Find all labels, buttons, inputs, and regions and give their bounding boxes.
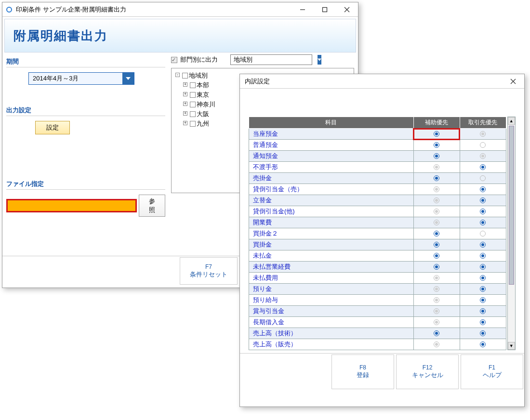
partner-priority-radio[interactable] <box>480 275 486 281</box>
col-subject: 科目 <box>249 117 414 129</box>
row-subject: 未払営業経費 <box>249 262 414 273</box>
aux-priority-radio[interactable] <box>434 186 439 192</box>
aux-priority-radio[interactable] <box>434 242 439 248</box>
partner-priority-radio[interactable] <box>480 297 486 303</box>
partner-priority-radio[interactable] <box>480 231 486 236</box>
aux-priority-radio[interactable] <box>434 197 439 203</box>
file-path-input[interactable] <box>6 199 137 212</box>
aux-priority-radio[interactable] <box>434 330 439 336</box>
aux-priority-radio[interactable] <box>434 153 439 159</box>
aux-priority-radio[interactable] <box>434 231 439 236</box>
partner-priority-radio[interactable] <box>480 330 486 336</box>
partner-priority-radio[interactable] <box>480 286 486 292</box>
close-button[interactable] <box>336 2 358 17</box>
aux-priority-radio[interactable] <box>434 275 439 281</box>
partner-priority-radio[interactable] <box>480 242 486 248</box>
scroll-down-icon[interactable]: ▼ <box>508 342 515 350</box>
partner-priority-radio[interactable] <box>480 341 486 347</box>
browse-button[interactable]: 参照 <box>139 195 165 217</box>
partner-priority-radio[interactable] <box>480 264 486 270</box>
row-subject: 長期借入金 <box>249 317 414 328</box>
table-row: 買掛金 <box>249 239 506 250</box>
aux-priority-radio[interactable] <box>434 220 439 225</box>
settings-button[interactable]: 設定 <box>35 121 70 134</box>
aux-priority-radio[interactable] <box>434 142 439 148</box>
aux-priority-radio[interactable] <box>434 253 439 259</box>
aux-priority-radio[interactable] <box>434 264 439 270</box>
table-row: 未払営業経費 <box>249 262 506 273</box>
row-subject: 買掛金 <box>249 239 414 250</box>
tree-checkbox[interactable] <box>190 102 196 107</box>
period-combo[interactable] <box>28 72 134 85</box>
aux-priority-radio[interactable] <box>434 319 439 325</box>
partner-priority-radio[interactable] <box>480 175 486 181</box>
breakdown-dialog: 内訳設定 科目 補助優先 取引先優先 当座預金普通預金通知預金不渡手形売掛金貸倒… <box>239 74 525 407</box>
table-row: 買掛金２ <box>249 228 506 239</box>
partner-priority-radio[interactable] <box>480 153 486 159</box>
table-row: 売掛金 <box>249 173 506 184</box>
dept-output-checkbox[interactable] <box>171 57 177 63</box>
close-button[interactable] <box>502 74 524 89</box>
aux-priority-radio[interactable] <box>434 164 439 170</box>
period-input[interactable] <box>29 73 122 84</box>
dialog-footer: F8登録F12キャンセルF1ヘルプ <box>240 353 524 391</box>
partner-priority-radio[interactable] <box>480 142 486 148</box>
scroll-up-icon[interactable]: ▲ <box>508 117 515 125</box>
tree-checkbox[interactable] <box>190 92 196 98</box>
footer-f7[interactable]: F7条件リセット <box>180 257 238 285</box>
main-titlebar[interactable]: 印刷条件 サンプル企業-附属明細書出力 <box>2 2 358 17</box>
partner-priority-radio[interactable] <box>480 186 486 192</box>
expand-icon[interactable]: + <box>183 121 187 125</box>
footer-f12[interactable]: F12キャンセル <box>396 354 459 389</box>
aux-priority-radio[interactable] <box>434 297 439 303</box>
chevron-down-icon[interactable] <box>318 55 321 65</box>
expand-icon[interactable]: + <box>183 92 187 96</box>
grid-scrollbar[interactable]: ▲ ▼ <box>507 117 516 350</box>
partner-priority-radio[interactable] <box>480 164 486 170</box>
aux-priority-radio[interactable] <box>434 131 439 137</box>
footer-f8[interactable]: F8登録 <box>331 354 394 389</box>
footer-f1[interactable]: F1ヘルプ <box>461 354 523 389</box>
tree-checkbox[interactable] <box>190 82 196 88</box>
table-row: 賞与引当金 <box>249 306 506 317</box>
app-icon <box>5 6 13 13</box>
aux-priority-radio[interactable] <box>434 341 439 347</box>
dept-combo[interactable] <box>230 54 312 65</box>
expand-icon[interactable]: + <box>183 111 187 116</box>
col-partner[interactable]: 取引先優先 <box>460 117 506 129</box>
row-subject: 賞与引当金 <box>249 306 414 317</box>
aux-priority-radio[interactable] <box>434 175 439 181</box>
dialog-title: 内訳設定 <box>243 77 502 86</box>
minimize-button[interactable] <box>292 2 314 17</box>
expand-icon[interactable]: + <box>183 102 187 106</box>
partner-priority-radio[interactable] <box>480 220 486 225</box>
tree-checkbox[interactable] <box>182 73 188 79</box>
col-aux[interactable]: 補助優先 <box>413 117 460 129</box>
table-row: 預り金 <box>249 284 506 295</box>
partner-priority-radio[interactable] <box>480 197 486 203</box>
maximize-button[interactable] <box>314 2 336 17</box>
row-subject: 当座預金 <box>249 129 414 140</box>
partner-priority-radio[interactable] <box>480 308 486 314</box>
partner-priority-radio[interactable] <box>480 209 486 214</box>
dialog-titlebar[interactable]: 内訳設定 <box>240 74 524 89</box>
partner-priority-radio[interactable] <box>480 253 486 259</box>
partner-priority-radio[interactable] <box>480 131 486 137</box>
expand-icon[interactable]: + <box>183 82 187 87</box>
row-subject: 未払費用 <box>249 273 414 284</box>
aux-priority-radio[interactable] <box>434 286 439 292</box>
period-label: 期間 <box>6 57 165 66</box>
aux-priority-radio[interactable] <box>434 308 439 314</box>
dept-output-label: 部門別に出力 <box>180 55 218 64</box>
collapse-icon[interactable]: - <box>175 73 180 77</box>
chevron-down-icon[interactable] <box>122 73 134 84</box>
dept-combo-input[interactable] <box>231 55 318 65</box>
row-subject: 売上高（販売） <box>249 339 414 350</box>
tree-checkbox[interactable] <box>190 121 196 127</box>
tree-checkbox[interactable] <box>190 111 196 117</box>
table-row: 未払金 <box>249 250 506 262</box>
row-subject: 普通預金 <box>249 140 414 151</box>
partner-priority-radio[interactable] <box>480 319 486 325</box>
aux-priority-radio[interactable] <box>434 209 439 214</box>
scroll-thumb[interactable] <box>509 126 514 285</box>
